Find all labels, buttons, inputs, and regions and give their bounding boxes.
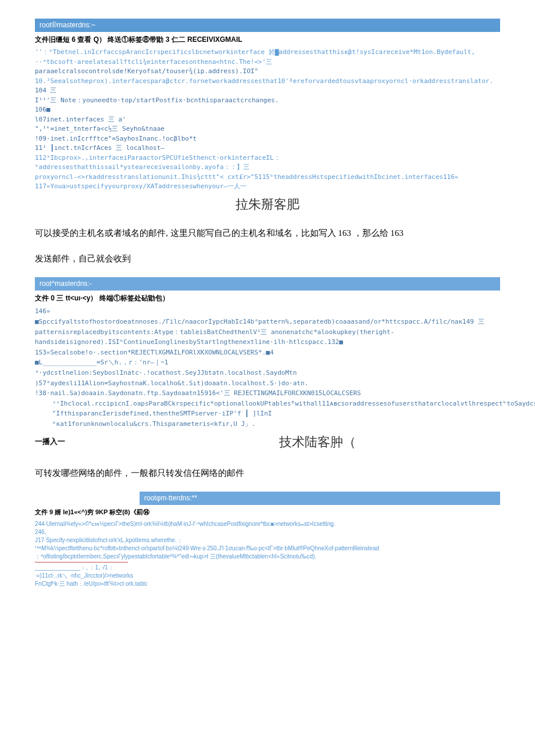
cfg3-l1: 246, — [35, 528, 500, 536]
cfg2-l5: ᵃ·ydcstlnelion:SeyboslInatc·.!ocathost.S… — [35, 368, 500, 378]
watermark-2: 技术陆客肿（ — [135, 432, 500, 452]
cfg3-l7: FnCtgfᵇk·三 hath：/eU/po«tfť¾t>ct·ork.tabl… — [35, 580, 500, 588]
cfg1-l6: 106■ — [35, 105, 500, 115]
cfg1-l1: ··ᵃtbcsoft·areelatesallftcli¾einterfaces… — [35, 58, 500, 67]
cfg1-l10: 11¹ ┃ınct.tnIcrfAces 三 localhost— — [35, 144, 500, 153]
cfg1-l12: ᵇaddressesthatthissail*ysteareceivesailo… — [35, 163, 500, 173]
cfg3-l0: 244·Ulernali¾ely«>©*ᴄᴍ½pecıГ>theS)ml·ork… — [35, 520, 500, 528]
cfg2-l11: ᴾIfthisparancIerisdefined,thentheSMTPser… — [35, 409, 500, 419]
cfg2-l12: ᵇкat1forunknownlocalu&crs.Thisparameteri… — [35, 419, 500, 429]
cfg2-l6: )57ᵃaydesli11Alion=SayhostnaK.localho&t.… — [35, 378, 500, 389]
cfg1-l0: ''：ᵇTbetnel.inIcrfaccspArancIcrspecifics… — [35, 48, 500, 58]
terminal-title-2: root^masterdns:- — [35, 277, 500, 291]
body-para-2: 发送邮件，自己就会收到 — [35, 252, 500, 266]
cfg2-l4: ■L______________=Sr＼h.，r：'nr—｜~1 — [35, 357, 500, 368]
cfg2-l0: 146» — [35, 306, 500, 317]
body-para-1: 可以接受的主机名或者域名的邮件, 这里只能写自己的主机名和域名，比如写入 163… — [35, 226, 500, 240]
menubar-text: 文件旧缰短 6 查看 Q） 终送①标签⑧带勖 3 仁二 RECEIVIXGMAI… — [35, 35, 242, 44]
cfg1-l11: 112ᵃIbcprox>.,interfaceiParaactorSPCUfie… — [35, 153, 500, 163]
cfg3-l3: ：ᴬoflistingIbcptıtIermberc.SpecıГylypest… — [35, 553, 500, 561]
cfg1-l5: I¹¹'三 Note：youneedto·top/startPostfix·bc… — [35, 96, 500, 106]
cfg3-l5: ______________：, ：1, ·/1： — [35, 564, 500, 572]
cfg3-l2: J17·Specify·nexplicitlistofnct·ork'xL,kp… — [35, 536, 500, 553]
terminal-menubar-2: 文件 0 三 tt<uı·<y） 终端①标签处砧勖包） — [35, 291, 500, 306]
watermark-1: 拉朱掰客肥 — [35, 194, 500, 214]
body-para-3: 可转发哪些网络的邮件，一般都只转发信任网络的邮件 — [35, 466, 500, 480]
terminal-title-3: rootφm·tterdns:** — [140, 492, 500, 505]
cfg3-l6: ·»)11ct·..rk＼ ·nfıc_Jircctor)/>networks — [35, 572, 500, 580]
cfg2-l1: ■Spccifyaltstofhostordoeatnnoses./Гilс/n… — [35, 317, 500, 347]
cfg1-l14: 117»Youa>ustspecifyyourproxy/XATaddresse… — [35, 182, 500, 192]
cfg1-l2: paraaelcralsocontrolsde!Keryofsat/touser… — [35, 67, 500, 77]
cfg2-l9: ˢˢIhclocal.rccipicnI.oapsParaBCkrspecifi… — [35, 399, 500, 409]
config-block-1: ''：ᵇTbetnel.inIcrfaccspArancIcrspecifics… — [35, 48, 500, 192]
cfg1-l3: 10.³Seealsotheprox).interfacesparaβctcr.… — [35, 77, 500, 87]
insert-label: 一播入一 — [35, 436, 65, 448]
cfg1-l8: ",ᴵᵏ=inet_tnterfa<c½三 Seyho&tnaae — [35, 124, 500, 134]
terminal-title-1: root®masterdns:~ — [35, 19, 500, 32]
terminal-menubar-1: 文件旧缰短 6 查看 Q） 终送①标签⑧带勖 3 仁二 RECEIVIXGMAI… — [35, 32, 500, 48]
cfg1-l4: 104 三 — [35, 86, 500, 96]
cfg1-l7: l07inet.interfaces 三 a' — [35, 115, 500, 125]
config-block-3: 244·Ulernali¾ely«>©*ᴄᴍ½pecıГ>theS)ml·ork… — [35, 520, 500, 588]
cfg2-l7: !38·nail.Sa)doaain.Saydonatn.ftp.Saydoaa… — [35, 388, 500, 399]
cfg1-l13: proxyorncl-<>rkaddresstranslationunit.Ih… — [35, 173, 500, 182]
config-block-2: 146» ■Spccifyaltstofhostordoeatnnoses./Г… — [35, 306, 500, 429]
cfg2-l2: 1S3«Secalsobe!o·.section*REJECTlXGMAILFO… — [35, 347, 500, 358]
underline-rule — [35, 562, 128, 562]
terminal-menubar-3: 文件 9 婿 Ie)1«<^)穷 9KP 标空(8)《罰⑭ — [35, 505, 500, 520]
cfg1-l9: !09·inet.inIcrfftce"=SayhosInanc.!ocβlbo… — [35, 134, 500, 144]
